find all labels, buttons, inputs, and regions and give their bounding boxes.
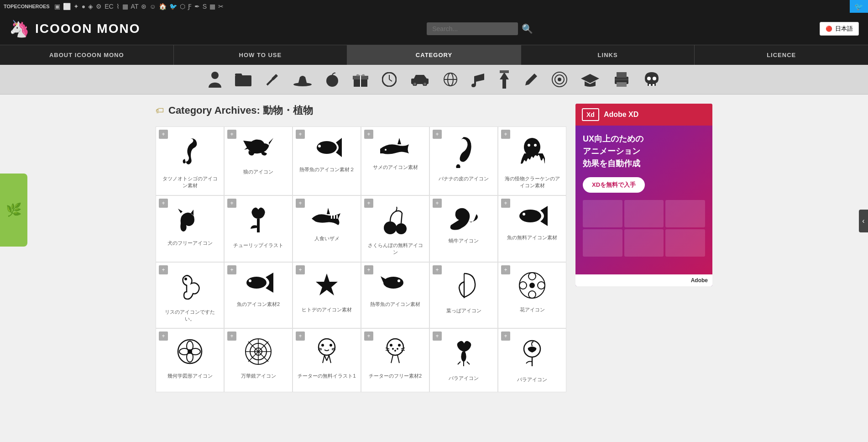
topbar-icon-7[interactable]: ⌇ [116, 3, 120, 10]
topbar-icon-hex[interactable]: ⬡ [180, 3, 185, 10]
svg-point-75 [321, 344, 324, 347]
svg-point-0 [211, 72, 219, 79]
topbar-icon-10[interactable]: ☺ [149, 3, 156, 10]
icon-card-kaleidoscope[interactable]: + 万華鏡アイコン [224, 328, 293, 392]
svg-point-31 [653, 77, 656, 80]
icon-card-dog[interactable]: + 犬のフリーアイコン [156, 195, 224, 262]
header: 🦄 ICOOON MONO 🔍 🔴 日本語 [0, 13, 868, 45]
cat-icon-clock[interactable] [382, 72, 397, 87]
icon-card-seahorse[interactable]: + タツノオトシゴのアイコン素材 [156, 126, 224, 195]
icon-card-wolf[interactable]: + 狼のアイコン [224, 126, 293, 195]
cat-icon-syringe[interactable] [265, 72, 280, 87]
topbar-icon-6[interactable]: ⚙ [96, 3, 102, 10]
cat-icon-printer[interactable] [613, 72, 630, 87]
search-input[interactable] [427, 22, 518, 35]
topbar-icon-1[interactable]: ▣ [54, 3, 60, 10]
cat-icon-apple[interactable] [325, 72, 339, 88]
language-selector[interactable]: 🔴 日本語 [820, 22, 859, 36]
tulip-icon [247, 205, 270, 238]
svg-rect-29 [615, 79, 628, 80]
cat-icon-target[interactable] [552, 72, 567, 87]
nav-item-about[interactable]: ABOUT ICOOON MONO [0, 45, 174, 65]
add-badge: + [501, 265, 510, 274]
icon-card-flower-circle[interactable]: + 花アイコン [498, 262, 566, 329]
icon-card-cheetah2[interactable]: + チーターのフリー素材2 [361, 328, 429, 392]
nav-item-licence[interactable]: LICENCE [695, 45, 868, 65]
icon-card-geometric-flower[interactable]: + 幾何学図形アイコン [156, 328, 224, 392]
svg-rect-40 [257, 219, 260, 232]
icon-card-cherry[interactable]: + さくらんぼの無料アイコン [361, 195, 429, 262]
cat-icon-car[interactable] [410, 73, 429, 86]
icon-card-tropicalfish[interactable]: + 熱帯魚のアイコン素材２ [293, 126, 361, 195]
topbar-icon-4[interactable]: ● [82, 3, 85, 10]
add-badge: + [364, 332, 373, 341]
icon-card-tropical-fish2[interactable]: + 熱帯魚のアイコン素材 [361, 262, 429, 329]
ad-box: Xd Adobe XD UX向上のためのアニメーション効果を自動作成 XDを無料… [575, 104, 712, 286]
icon-card-rose2[interactable]: + バラアイコン [498, 328, 566, 392]
topbar-icon-pen[interactable]: ✒ [194, 3, 200, 10]
tulip-label: チューリップイラスト [233, 242, 283, 249]
topbar-icon-at[interactable]: AT [131, 3, 139, 10]
cat-icon-gift[interactable] [353, 72, 368, 87]
topbar-icon-f[interactable]: Ƒ [188, 3, 192, 10]
icon-card-leaf[interactable]: + 葉っぱアイコン [429, 262, 498, 329]
cat-icon-music[interactable] [471, 72, 484, 87]
svg-point-49 [246, 277, 267, 289]
icon-card-squirrel[interactable]: + リスのアイコンですたい。 [156, 262, 224, 329]
icon-card-cheetah1[interactable]: + チーターの無料イラスト1 [293, 328, 361, 392]
topbar-icon-scissors[interactable]: ✂ [218, 3, 224, 10]
icon-card-man-eating-shark[interactable]: + 人食いザメ [293, 195, 361, 262]
icon-card-tulip[interactable]: + チューリップイラスト [224, 195, 293, 262]
topbar-icon-s[interactable]: S [203, 3, 207, 10]
nav-item-category[interactable]: CATEGORY [347, 45, 521, 65]
add-badge: + [433, 130, 442, 139]
icon-card-kraken[interactable]: + 海の怪物クラーケンのアイコン素材 [498, 126, 566, 195]
topbar-icon-5[interactable]: ◈ [88, 3, 93, 10]
icon-card-starfish[interactable]: + ヒトデのアイコン素材 [293, 262, 361, 329]
fish-label: 魚の無料アイコン素材 [507, 234, 557, 241]
svg-rect-42 [334, 215, 335, 219]
add-badge: + [227, 199, 236, 208]
topbar-icon-12[interactable]: 🐦 [169, 3, 177, 10]
cat-icon-skull[interactable] [644, 71, 659, 88]
topbar-icon-grid[interactable]: ▦ [209, 3, 215, 10]
page-title: Category Archives: 動物・植物 [168, 104, 313, 117]
tropicalfish-label: 熱帯魚のアイコン素材２ [299, 166, 355, 173]
ad-preview-cell-2 [624, 200, 664, 227]
svg-rect-32 [649, 84, 651, 86]
icon-card-fish2[interactable]: + 魚のアイコン素材2 [224, 262, 293, 329]
icon-card-fish[interactable]: + 魚の無料アイコン素材 [498, 195, 566, 262]
icon-card-rose1[interactable]: + バラアイコン [429, 328, 498, 392]
topbar-icon-11[interactable]: 🏠 [159, 3, 167, 10]
cat-icon-lighthouse[interactable] [498, 70, 511, 89]
nav-item-links[interactable]: LINKS [521, 45, 695, 65]
cheetah1-icon [314, 338, 340, 369]
topbar-icon-2[interactable]: ⬜ [63, 3, 71, 10]
icon-card-shark[interactable]: + サメのアイコン素材 [361, 126, 429, 195]
nav-item-how-to-use[interactable]: HOW TO USE [174, 45, 348, 65]
icon-card-banana[interactable]: + バナナの皮のアイコン [429, 126, 498, 195]
cat-icon-hat[interactable] [293, 73, 312, 86]
topbar-icon-ec[interactable]: EC [105, 3, 113, 10]
collapse-sidebar-button[interactable]: ‹ [859, 210, 868, 232]
dog-label: 犬のフリーアイコン [167, 240, 213, 247]
cat-icon-graduation[interactable] [581, 72, 599, 87]
add-badge: + [227, 332, 236, 341]
cat-icon-pencil[interactable] [524, 73, 538, 86]
svg-point-48 [184, 278, 187, 280]
cat-icon-globe[interactable] [443, 72, 458, 87]
add-badge: + [159, 130, 168, 139]
ad-preview-cell-4 [583, 229, 622, 257]
twitter-button[interactable]: 🐦 [850, 0, 868, 13]
ad-footer: Adobe [575, 274, 712, 286]
starfish-label: ヒトデのアイコン素材 [302, 306, 352, 313]
topbar-icon-8[interactable]: ▦ [122, 3, 128, 10]
icon-card-snail[interactable]: + 蝸牛アイコン [429, 195, 498, 262]
cat-icon-person[interactable] [209, 72, 221, 88]
topbar-icon-9[interactable]: ⊛ [141, 3, 146, 10]
cat-icon-folder[interactable] [235, 73, 251, 86]
ad-cta-button[interactable]: XDを無料で入手 [583, 177, 645, 193]
search-button[interactable]: 🔍 [522, 23, 533, 34]
topbar-icon-3[interactable]: ✦ [73, 3, 79, 10]
svg-point-57 [528, 291, 536, 298]
